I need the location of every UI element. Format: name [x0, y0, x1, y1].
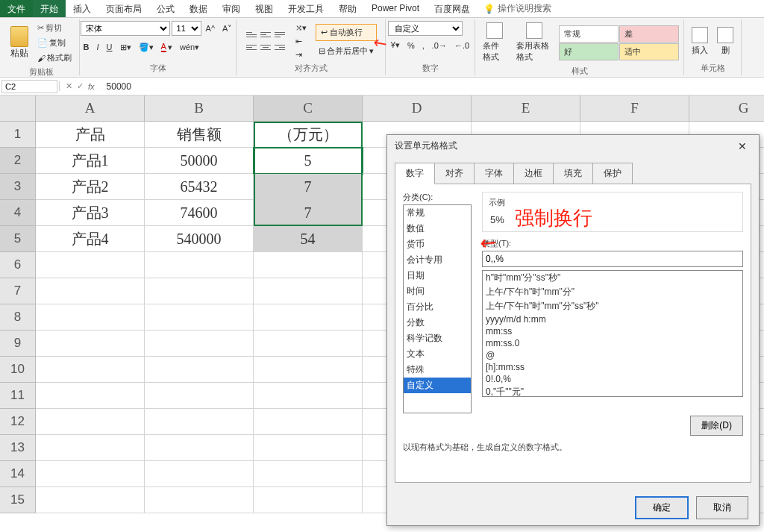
- cell[interactable]: [254, 487, 363, 513]
- cell[interactable]: [145, 383, 254, 409]
- font-size-select[interactable]: 11: [172, 21, 201, 36]
- ok-button[interactable]: 确定: [635, 496, 689, 519]
- number-format-select[interactable]: 自定义: [388, 21, 463, 36]
- copy-button[interactable]: 📄 复制: [34, 36, 75, 50]
- increase-indent[interactable]: ⇥: [292, 48, 310, 61]
- cat-item[interactable]: 科学记数: [404, 331, 471, 346]
- phonetic-button[interactable]: wén▾: [177, 40, 202, 54]
- fx-icon[interactable]: fx: [88, 82, 95, 91]
- cat-item[interactable]: 特殊: [404, 362, 471, 378]
- cell[interactable]: 50000: [145, 148, 254, 174]
- cell[interactable]: [254, 278, 363, 304]
- cell[interactable]: [36, 383, 145, 409]
- type-item[interactable]: mm:ss: [483, 325, 742, 337]
- align-center[interactable]: [259, 42, 272, 54]
- tab-baidu[interactable]: 百度网盘: [427, 0, 478, 17]
- cell[interactable]: [145, 357, 254, 383]
- cancel-icon[interactable]: ✕: [66, 81, 72, 91]
- percent-button[interactable]: %: [404, 39, 418, 51]
- dialog-close-button[interactable]: ✕: [733, 140, 751, 152]
- cat-item-selected[interactable]: 自定义: [404, 378, 471, 393]
- cell[interactable]: [145, 331, 254, 357]
- type-item[interactable]: yyyy/m/d h:mm: [483, 313, 742, 325]
- cat-item[interactable]: 货币: [404, 237, 471, 252]
- cell[interactable]: [145, 409, 254, 435]
- cat-item[interactable]: 文本: [404, 346, 471, 362]
- cell-styles-gallery[interactable]: 常规 差 好 适中: [559, 25, 679, 60]
- italic-button[interactable]: I: [94, 40, 102, 54]
- cell[interactable]: [145, 252, 254, 278]
- cell[interactable]: [145, 487, 254, 513]
- cat-item[interactable]: 数值: [404, 221, 471, 237]
- cell[interactable]: [254, 461, 363, 487]
- cat-item[interactable]: 分数: [404, 315, 471, 331]
- dlg-tab-fill[interactable]: 填充: [553, 163, 593, 184]
- decrease-indent[interactable]: ⇤: [292, 35, 310, 48]
- cell[interactable]: 7: [254, 200, 363, 226]
- cell[interactable]: [36, 435, 145, 461]
- category-list[interactable]: 常规 数值 货币 会计专用 日期 时间 百分比 分数 科学记数 文本 特殊 自定…: [403, 204, 472, 413]
- cell[interactable]: 540000: [145, 226, 254, 252]
- dlg-tab-font[interactable]: 字体: [474, 163, 514, 184]
- col-header-C[interactable]: C: [254, 96, 363, 122]
- cell[interactable]: [145, 278, 254, 304]
- type-item[interactable]: 0!.0,%: [483, 373, 742, 385]
- col-header-F[interactable]: F: [580, 96, 689, 122]
- cell[interactable]: [36, 409, 145, 435]
- tab-file[interactable]: 文件: [0, 0, 33, 17]
- row-header[interactable]: 7: [0, 278, 36, 304]
- tab-help[interactable]: 帮助: [331, 0, 364, 17]
- cat-item[interactable]: 会计专用: [404, 252, 471, 268]
- cell[interactable]: [36, 278, 145, 304]
- col-header-B[interactable]: B: [145, 96, 254, 122]
- cell[interactable]: 销售额: [145, 122, 254, 148]
- font-color-button[interactable]: A▾: [158, 40, 175, 54]
- cell[interactable]: [254, 252, 363, 278]
- row-header[interactable]: 1: [0, 122, 36, 148]
- row-header[interactable]: 12: [0, 409, 36, 435]
- col-header-G[interactable]: G: [689, 96, 764, 122]
- cell[interactable]: 74600: [145, 200, 254, 226]
- underline-button[interactable]: U: [104, 40, 116, 54]
- type-item[interactable]: 0,"千""元": [483, 385, 742, 397]
- cell[interactable]: [254, 383, 363, 409]
- dlg-tab-number[interactable]: 数字: [395, 163, 435, 184]
- row-header[interactable]: 13: [0, 435, 36, 461]
- name-box[interactable]: [1, 80, 57, 93]
- dlg-tab-protect[interactable]: 保护: [592, 163, 633, 184]
- type-item[interactable]: mm:ss.0: [483, 337, 742, 349]
- tab-review[interactable]: 审阅: [215, 0, 248, 17]
- cell[interactable]: [36, 487, 145, 513]
- increase-font-button[interactable]: A^: [203, 21, 219, 36]
- cell[interactable]: 7: [254, 174, 363, 200]
- type-item[interactable]: 上午/下午h"时"mm"分"ss"秒": [483, 299, 742, 313]
- fill-color-button[interactable]: 🪣▾: [136, 40, 157, 54]
- cell[interactable]: [145, 304, 254, 331]
- cell[interactable]: 产品4: [36, 226, 145, 252]
- cancel-button[interactable]: 取消: [696, 496, 748, 519]
- select-all-corner[interactable]: [0, 96, 36, 122]
- align-left[interactable]: [245, 42, 258, 54]
- tab-dev[interactable]: 开发工具: [281, 0, 331, 17]
- merge-center-button[interactable]: ⊟ 合并后居中 ▾: [316, 44, 377, 58]
- cell[interactable]: （万元）: [254, 122, 363, 148]
- type-item[interactable]: @: [483, 349, 742, 361]
- row-header[interactable]: 5: [0, 226, 36, 252]
- style-neutral[interactable]: 适中: [619, 43, 679, 60]
- cell[interactable]: [145, 435, 254, 461]
- decrease-decimal[interactable]: ←.0: [451, 39, 472, 51]
- cell[interactable]: 产品3: [36, 200, 145, 226]
- cell[interactable]: [254, 409, 363, 435]
- cell[interactable]: [145, 461, 254, 487]
- style-bad[interactable]: 差: [619, 25, 679, 43]
- row-header[interactable]: 2: [0, 148, 36, 174]
- align-middle[interactable]: [259, 29, 272, 41]
- type-list[interactable]: h"时"mm"分"ss"秒" 上午/下午h"时"mm"分" 上午/下午h"时"m…: [482, 270, 743, 397]
- cat-item[interactable]: 百分比: [404, 299, 471, 315]
- cell[interactable]: 产品: [36, 122, 145, 148]
- row-header[interactable]: 3: [0, 174, 36, 200]
- tab-formula[interactable]: 公式: [149, 0, 182, 17]
- cut-button[interactable]: ✂ 剪切: [34, 21, 75, 35]
- cell[interactable]: [254, 357, 363, 383]
- type-item[interactable]: 上午/下午h"时"mm"分": [483, 285, 742, 299]
